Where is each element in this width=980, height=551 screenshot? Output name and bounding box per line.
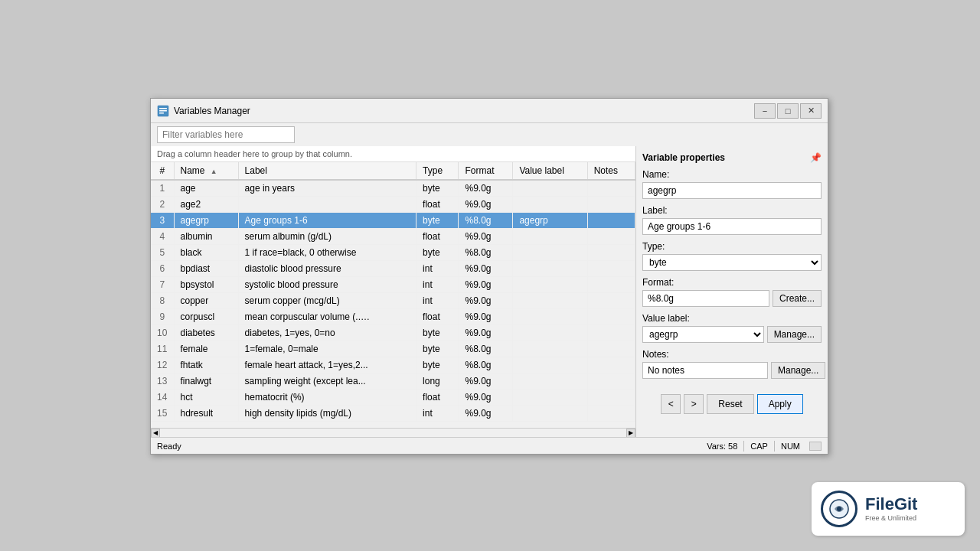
table-row[interactable]: 5 black 1 if race=black, 0 otherwise byt… [151,245,635,261]
table-row[interactable]: 4 albumin serum albumin (g/dL) float %9.… [151,229,635,245]
manage-value-label-button[interactable]: Manage... [767,326,822,343]
table-row[interactable]: 8 copper serum copper (mcg/dL) int %9.0g [151,293,635,309]
value-label-field-group: Value label: agegrp Manage... [642,313,822,343]
label-field-group: Label: [642,205,822,235]
cell-label: diastolic blood pressure [238,261,416,277]
cell-label [238,197,416,213]
cell-format: %9.0g [459,261,513,277]
col-header-notes[interactable]: Notes [587,162,635,180]
nav-buttons: < > Reset Apply [642,394,822,414]
cell-num: 15 [151,406,174,422]
cell-label: Age groups 1-6 [238,213,416,229]
table-row[interactable]: 7 bpsystol systolic blood pressure int %… [151,277,635,293]
notes-field-group: Notes: Manage... [642,349,822,379]
reset-button[interactable]: Reset [707,394,753,414]
type-select[interactable]: byte int long float double str [642,254,822,271]
table-row[interactable]: 14 hct hematocrit (%) float %9.0g [151,390,635,406]
type-label: Type: [642,241,822,252]
cell-format: %9.0g [459,309,513,325]
notes-input[interactable] [642,362,768,379]
table-row[interactable]: 9 corpuscl mean corpuscular volume (..… … [151,309,635,325]
table-row[interactable]: 12 fhtatk female heart attack, 1=yes,2..… [151,357,635,373]
title-bar: Variables Manager − □ ✕ [151,99,828,123]
cell-label: mean corpuscular volume (..… [238,309,416,325]
format-input[interactable] [642,290,769,307]
cell-num: 8 [151,293,174,309]
logo-watermark: FileGit Free & Unlimited [812,482,965,536]
cell-notes [587,406,635,422]
create-button[interactable]: Create... [773,290,822,307]
table-row[interactable]: 11 female 1=female, 0=male byte %8.0g [151,341,635,357]
table-row[interactable]: 6 bpdiast diastolic blood pressure int %… [151,261,635,277]
svg-rect-2 [159,110,167,112]
table-row[interactable]: 3 agegrp Age groups 1-6 byte %8.0g agegr… [151,213,635,229]
cell-value-label [513,373,587,390]
col-header-num[interactable]: # [151,162,174,180]
minimize-button[interactable]: − [754,103,776,119]
cell-label: high density lipids (mg/dL) [238,406,416,422]
filter-input[interactable] [157,126,295,143]
variables-manager-window: Variables Manager − □ ✕ Drag a column he… [150,98,828,455]
apply-button[interactable]: Apply [757,394,803,414]
horizontal-scrollbar[interactable]: ◀ ▶ [151,428,635,437]
status-num: NUM [781,442,800,451]
cell-type: float [416,309,459,325]
cell-type: byte [416,341,459,357]
next-button[interactable]: > [684,394,704,414]
cell-name: bpsystol [174,277,238,293]
notes-label: Notes: [642,349,822,360]
cell-format: %9.0g [459,325,513,341]
cell-name: copper [174,293,238,309]
name-input[interactable] [642,182,822,199]
cell-format: %9.0g [459,277,513,293]
maximize-button[interactable]: □ [777,103,799,119]
notes-row: Manage... [642,362,822,379]
table-row[interactable]: 10 diabetes diabetes, 1=yes, 0=no byte %… [151,325,635,341]
cell-label: age in years [238,180,416,197]
cell-format: %8.0g [459,213,513,229]
value-label-select[interactable]: agegrp [642,326,764,343]
col-header-type[interactable]: Type [416,162,459,180]
cell-label: serum albumin (g/dL) [238,229,416,245]
cell-name: finalwgt [174,373,238,390]
scroll-track [160,429,626,438]
cell-value-label: agegrp [513,213,587,229]
close-button[interactable]: ✕ [800,103,822,119]
cell-notes [587,293,635,309]
pin-icon[interactable]: 📌 [810,152,822,163]
logo-circle [821,491,858,527]
cell-num: 9 [151,309,174,325]
cell-label: 1=female, 0=male [238,341,416,357]
cell-notes [587,390,635,406]
col-header-format[interactable]: Format [459,162,513,180]
status-ready: Ready [157,442,707,451]
scroll-right-arrow[interactable]: ▶ [626,429,635,438]
cell-value-label [513,357,587,373]
cell-format: %8.0g [459,341,513,357]
table-row[interactable]: 1 age age in years byte %9.0g [151,180,635,197]
cell-value-label [513,325,587,341]
col-header-label[interactable]: Label [238,162,416,180]
cell-notes [587,325,635,341]
col-header-value-label[interactable]: Value label [513,162,587,180]
cell-name: corpuscl [174,309,238,325]
label-input[interactable] [642,218,822,235]
manage-notes-button[interactable]: Manage... [771,362,825,379]
status-cap: CAP [750,442,768,451]
cell-value-label [513,245,587,261]
cell-format: %9.0g [459,180,513,197]
cell-label: female heart attack, 1=yes,2... [238,357,416,373]
cell-value-label [513,293,587,309]
table-row[interactable]: 13 finalwgt sampling weight (except lea.… [151,373,635,390]
prev-button[interactable]: < [661,394,681,414]
right-panel: Variable properties 📌 Name: Label: Type:… [636,146,828,437]
cell-name: age [174,180,238,197]
scroll-left-arrow[interactable]: ◀ [151,429,160,438]
cell-name: agegrp [174,213,238,229]
col-header-name[interactable]: Name ▲ [174,162,238,180]
table-row[interactable]: 15 hdresult high density lipids (mg/dL) … [151,406,635,422]
table-row[interactable]: 2 age2 float %9.0g [151,197,635,213]
table-container[interactable]: # Name ▲ Label Type Format Value label N… [151,162,635,428]
label-label: Label: [642,205,822,216]
cell-value-label [513,197,587,213]
